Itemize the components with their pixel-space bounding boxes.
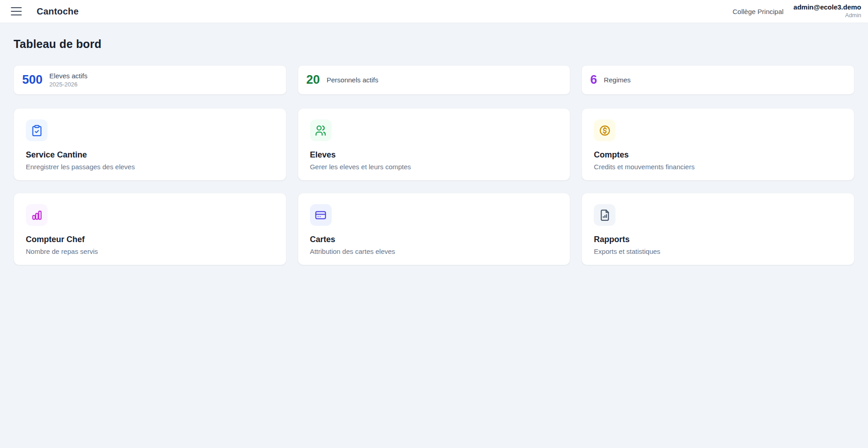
card-rapports[interactable]: Rapports Exports et statistiques <box>582 193 854 265</box>
nav-cards-grid: Service Cantine Enregistrer les passages… <box>14 108 854 265</box>
stat-label: Eleves actifs <box>49 72 87 80</box>
dollar-coin-icon <box>594 119 615 141</box>
card-comptes[interactable]: Comptes Credits et mouvements financiers <box>582 108 854 181</box>
card-subtitle: Credits et mouvements financiers <box>594 163 842 171</box>
card-subtitle: Exports et statistiques <box>594 248 842 255</box>
card-title: Service Cantine <box>26 150 274 160</box>
card-title: Comptes <box>594 150 842 160</box>
credit-card-icon <box>310 204 332 226</box>
card-cartes[interactable]: Cartes Attribution des cartes eleves <box>298 193 571 265</box>
stat-sublabel: 2025-2026 <box>49 81 87 88</box>
stat-card-eleves-actifs: 500 Eleves actifs 2025-2026 <box>14 65 286 95</box>
hamburger-menu-button[interactable] <box>8 3 25 20</box>
user-role: Admin <box>793 12 861 19</box>
stat-value: 6 <box>590 74 597 86</box>
stat-card-regimes: 6 Regimes <box>582 65 854 95</box>
card-subtitle: Gerer les eleves et leurs comptes <box>310 163 558 171</box>
card-title: Cartes <box>310 235 558 244</box>
stat-value: 500 <box>22 74 43 86</box>
card-service-cantine[interactable]: Service Cantine Enregistrer les passages… <box>14 108 286 181</box>
stat-value: 20 <box>306 74 320 86</box>
card-subtitle: Attribution des cartes eleves <box>310 248 558 255</box>
card-subtitle: Enregistrer les passages des eleves <box>26 163 274 171</box>
hamburger-icon <box>11 7 22 15</box>
header-right: Collège Principal admin@ecole3.demo Admi… <box>733 3 861 19</box>
school-name: Collège Principal <box>733 8 784 15</box>
card-eleves[interactable]: Eleves Gerer les eleves et leurs comptes <box>298 108 571 181</box>
app-title: Cantoche <box>37 6 79 17</box>
file-chart-icon <box>594 204 615 226</box>
stat-card-personnels-actifs: 20 Personnels actifs <box>298 65 571 95</box>
clipboard-check-icon <box>26 119 48 141</box>
user-email: admin@ecole3.demo <box>793 3 861 12</box>
card-title: Rapports <box>594 235 842 244</box>
card-title: Eleves <box>310 150 558 160</box>
card-title: Compteur Chef <box>26 235 274 244</box>
page-title: Tableau de bord <box>14 38 854 51</box>
stat-label: Personnels actifs <box>327 76 378 84</box>
app-header: Cantoche Collège Principal admin@ecole3.… <box>0 0 868 23</box>
bar-chart-icon <box>26 204 48 226</box>
card-subtitle: Nombre de repas servis <box>26 248 274 255</box>
dashboard-main: Tableau de bord 500 Eleves actifs 2025-2… <box>0 23 868 265</box>
card-compteur-chef[interactable]: Compteur Chef Nombre de repas servis <box>14 193 286 265</box>
stats-row: 500 Eleves actifs 2025-2026 20 Personnel… <box>14 65 854 95</box>
users-icon <box>310 119 332 141</box>
stat-label: Regimes <box>604 76 630 84</box>
user-info: admin@ecole3.demo Admin <box>793 3 861 19</box>
